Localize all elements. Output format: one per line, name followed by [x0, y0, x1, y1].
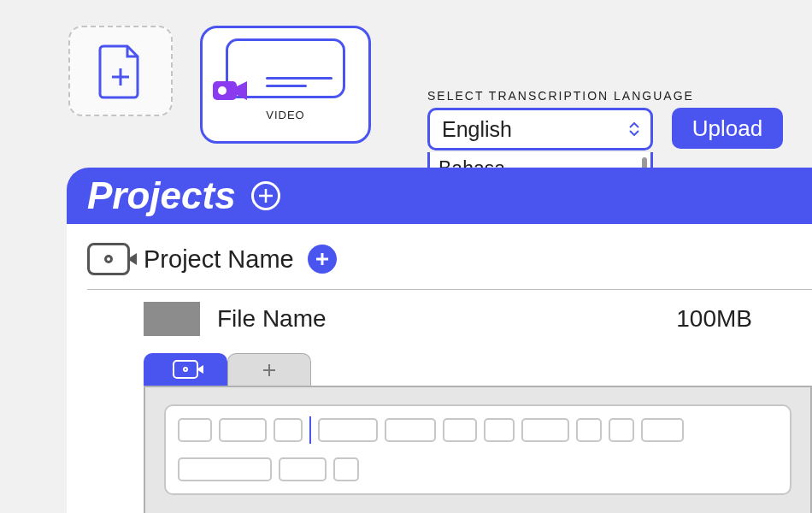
upload-button-label: Upload	[692, 115, 762, 142]
token[interactable]	[274, 418, 303, 442]
token[interactable]	[443, 418, 477, 442]
plus-icon	[258, 188, 274, 203]
token-row	[178, 418, 778, 481]
file-thumbnail	[144, 302, 200, 336]
file-plus-icon	[97, 43, 144, 99]
svg-point-3	[218, 86, 227, 95]
language-selector-group: SELECT TRANSCRIPTION LANGUAGE English Ba…	[427, 89, 694, 150]
tab-video[interactable]	[144, 353, 227, 386]
project-name: Project Name	[144, 245, 294, 274]
file-name: File Name	[217, 305, 659, 333]
text-cursor	[309, 416, 311, 444]
video-card-label: VIDEO	[266, 109, 304, 121]
video-text-lines	[266, 72, 332, 87]
projects-title: Projects	[87, 174, 236, 217]
language-select[interactable]: English	[427, 108, 653, 150]
upload-button[interactable]: Upload	[672, 108, 783, 149]
add-file-button[interactable]	[308, 245, 337, 274]
language-selected-value: English	[442, 117, 512, 142]
project-row: Project Name	[67, 224, 812, 289]
token[interactable]	[219, 418, 267, 442]
token[interactable]	[576, 418, 602, 442]
token[interactable]	[333, 457, 359, 481]
camera-icon	[173, 360, 198, 379]
video-camera-icon	[211, 76, 249, 105]
main-panel: Project Name File Name 100MB	[67, 224, 812, 513]
token[interactable]	[178, 457, 272, 481]
editor-frame	[144, 386, 812, 513]
token[interactable]	[609, 418, 634, 442]
tab-add[interactable]	[227, 353, 311, 386]
video-screen-shape	[226, 38, 345, 98]
camera-icon	[87, 243, 130, 275]
token[interactable]	[641, 418, 684, 442]
updown-icon	[628, 122, 640, 136]
projects-header: Projects	[67, 168, 812, 224]
plus-icon	[262, 363, 277, 378]
token[interactable]	[178, 418, 212, 442]
token[interactable]	[318, 418, 378, 442]
editor-tabs	[144, 353, 812, 386]
file-size: 100MB	[676, 305, 752, 333]
token[interactable]	[279, 457, 327, 481]
add-project-button[interactable]	[251, 181, 280, 210]
token[interactable]	[484, 418, 515, 442]
new-project-card[interactable]	[68, 26, 173, 116]
transcript-editor[interactable]	[164, 404, 791, 495]
plus-icon	[315, 252, 329, 266]
file-row: File Name 100MB	[67, 290, 812, 343]
video-project-card[interactable]: VIDEO	[200, 26, 371, 144]
token[interactable]	[521, 418, 569, 442]
token[interactable]	[385, 418, 436, 442]
language-selector-label: SELECT TRANSCRIPTION LANGUAGE	[427, 89, 694, 103]
